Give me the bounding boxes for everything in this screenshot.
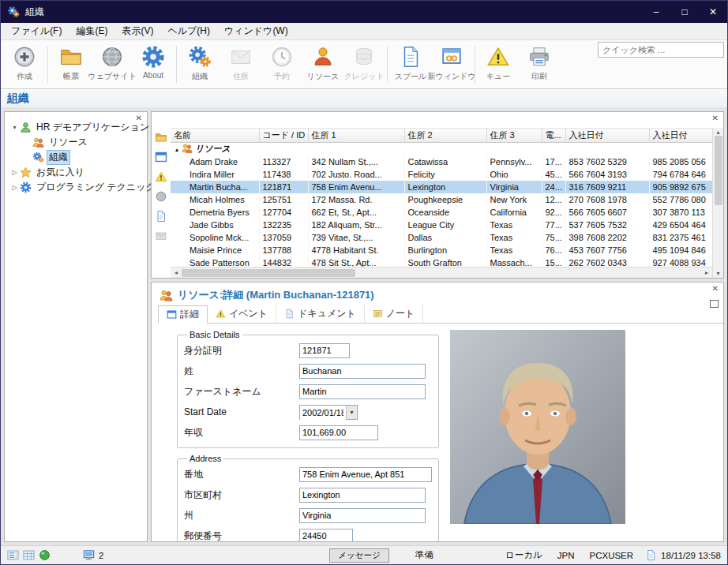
menu-item-2[interactable]: 表示(V) <box>114 23 160 39</box>
form-row: 身分証明 <box>184 340 432 361</box>
toolbar-button-folder[interactable]: 帳票 <box>51 40 92 88</box>
printer-icon <box>527 44 551 69</box>
table-row[interactable]: Sopoline Mck...137059739 Vitae, St.,...D… <box>171 231 712 244</box>
toolbar-button-globe[interactable]: ウェブサイト <box>92 40 133 88</box>
tree-item-2[interactable]: 組織 <box>5 150 147 165</box>
table-row[interactable]: Jade Gibbs132235182 Aliquam, Str...Leagu… <box>171 219 712 231</box>
table-cell: 15... <box>542 256 565 268</box>
table-cell: 307 3870 113 <box>649 206 712 219</box>
last-name-input[interactable] <box>299 364 426 379</box>
table-row[interactable]: Maisie Prince1377884778 Habitant St.Burl… <box>171 244 712 256</box>
window-small-icon[interactable] <box>155 151 167 163</box>
message-button[interactable]: メッセージ <box>329 548 388 563</box>
table-panel-close-icon[interactable]: ✕ <box>712 114 719 122</box>
menu-item-4[interactable]: ウィンドウ(W) <box>217 23 295 39</box>
table-cell: 12... <box>542 193 565 206</box>
salary-input[interactable] <box>299 425 378 440</box>
toolbar-button-label: リソース <box>307 71 340 82</box>
gear-blue-icon <box>141 44 165 69</box>
menu-item-3[interactable]: ヘルプ(H) <box>160 23 217 39</box>
toolbar-button-warning[interactable]: キュー <box>478 40 519 88</box>
scroll-down-icon[interactable]: ▾ <box>713 270 724 277</box>
tab-1[interactable]: イベント <box>208 305 276 323</box>
table-row[interactable]: Martin Bucha...121871758 Enim Avenu...Le… <box>171 181 712 193</box>
list-view-icon[interactable] <box>7 549 19 561</box>
window-title: 組織 <box>25 6 44 19</box>
gear-org-icon <box>188 44 212 69</box>
scroll-left-icon[interactable]: ◂ <box>171 269 182 276</box>
column-header-5[interactable]: 電... <box>542 129 565 143</box>
menu-item-0[interactable]: ファイル(F) <box>4 23 69 39</box>
grid-view-icon[interactable] <box>23 549 35 561</box>
vertical-scrollbar[interactable]: ▴ ▾ <box>712 128 723 278</box>
horizontal-scrollbar[interactable]: ◂ ▸ <box>171 267 712 278</box>
resource-table: 名前コード / ID住所 1住所 2住所 3電...入社日付入社日付 ▴リソース… <box>171 128 712 267</box>
tab-3[interactable]: ノート <box>365 305 424 323</box>
quick-search-input[interactable] <box>598 42 724 58</box>
details-header: リソース:詳細 (Martin Buchanan-121871) <box>152 282 723 305</box>
table-cell: 17... <box>542 155 565 168</box>
tree-item-0[interactable]: ▾HR デモアプリケーション <box>5 120 147 135</box>
toolbar-button-plus[interactable]: 作成 <box>4 40 45 88</box>
warning-icon[interactable] <box>155 170 167 183</box>
first-name-input[interactable] <box>299 384 426 399</box>
tree-item-1[interactable]: リソース <box>5 135 147 150</box>
state-input[interactable] <box>299 508 426 523</box>
mail-icon[interactable] <box>155 230 167 242</box>
column-header-2[interactable]: 住所 1 <box>308 129 404 143</box>
doc-icon[interactable] <box>155 210 167 223</box>
column-header-7[interactable]: 入社日付 <box>649 129 712 143</box>
column-header-6[interactable]: 入社日付 <box>565 129 649 143</box>
tab-2[interactable]: ドキュメント <box>276 305 365 323</box>
employee-id-input[interactable] <box>299 343 350 358</box>
table-row[interactable]: Demetria Byers127704662 Et, St., Apt...O… <box>171 206 712 219</box>
column-header-3[interactable]: 住所 2 <box>404 129 486 143</box>
table-row[interactable]: Micah Holmes125751172 Massa. Rd.Poughkee… <box>171 193 712 206</box>
vertical-scroll-thumb[interactable] <box>715 136 722 205</box>
toolbar-button-label: 住所 <box>233 71 249 82</box>
horizontal-scroll-thumb[interactable] <box>182 269 355 277</box>
close-button[interactable]: ✕ <box>699 1 727 23</box>
person-green-icon <box>20 122 34 134</box>
toolbar-button-person[interactable]: リソース <box>302 40 343 88</box>
city-input[interactable] <box>299 488 426 503</box>
toolbar-button-label: 作成 <box>17 71 32 82</box>
column-header-4[interactable]: 住所 3 <box>486 129 542 143</box>
scroll-up-icon[interactable]: ▴ <box>713 129 724 136</box>
column-header-1[interactable]: コード / ID <box>259 129 308 143</box>
table-row[interactable]: Sade Patterson144832478 Sit St., Apt...S… <box>171 256 712 268</box>
toolbar-button-gear-org[interactable]: 組織 <box>179 40 220 88</box>
folder-icon[interactable] <box>155 131 167 144</box>
toolbar-button-label: About <box>143 71 163 80</box>
tree-panel-close-icon[interactable]: ✕ <box>136 114 142 122</box>
maximize-button[interactable]: □ <box>670 1 699 23</box>
float-panel-icon[interactable] <box>710 300 719 308</box>
tree-item-3[interactable]: ▷お気に入り <box>5 165 147 180</box>
start-date-input[interactable] <box>300 406 346 421</box>
table-cell: 739 Vitae, St.,... <box>308 231 404 244</box>
table-row[interactable]: Adam Drake113327342 Nullam St.,...Catawi… <box>171 155 712 168</box>
circle-icon[interactable] <box>155 190 167 203</box>
street-input[interactable] <box>299 467 432 482</box>
table-cell: Poughkeepsie <box>404 193 486 206</box>
log-icon[interactable] <box>645 549 657 561</box>
column-header-0[interactable]: 名前 <box>171 129 259 143</box>
tab-0[interactable]: 詳細 <box>158 305 208 324</box>
start-date-combo[interactable]: ▾ <box>299 405 358 420</box>
toolbar-button-printer[interactable]: 印刷 <box>519 40 560 88</box>
combo-dropdown-icon[interactable]: ▾ <box>346 406 357 419</box>
scroll-right-icon[interactable]: ▸ <box>701 269 712 276</box>
tree-item-4[interactable]: ▷プログラミング テクニック <box>5 180 147 195</box>
navigation-tree: ▾HR デモアプリケーションリソース組織▷お気に入り▷プログラミング テクニック <box>5 120 147 195</box>
zip-input[interactable] <box>299 529 353 543</box>
group-row[interactable]: ▴リソース <box>171 143 712 155</box>
details-panel-close-icon[interactable]: ✕ <box>712 285 719 293</box>
toolbar-button-doc[interactable]: スプール <box>390 40 431 88</box>
toolbar-button-gear-blue[interactable]: About <box>133 40 174 88</box>
tree-item-label: リソース <box>47 135 90 150</box>
toolbar-separator <box>387 46 388 83</box>
menu-item-1[interactable]: 編集(E) <box>69 23 114 39</box>
toolbar-button-window-link[interactable]: 新ウィンドウ <box>431 40 472 88</box>
table-row[interactable]: Indira Miller117438702 Justo. Road...Fel… <box>171 168 712 181</box>
minimize-button[interactable]: – <box>642 1 670 23</box>
